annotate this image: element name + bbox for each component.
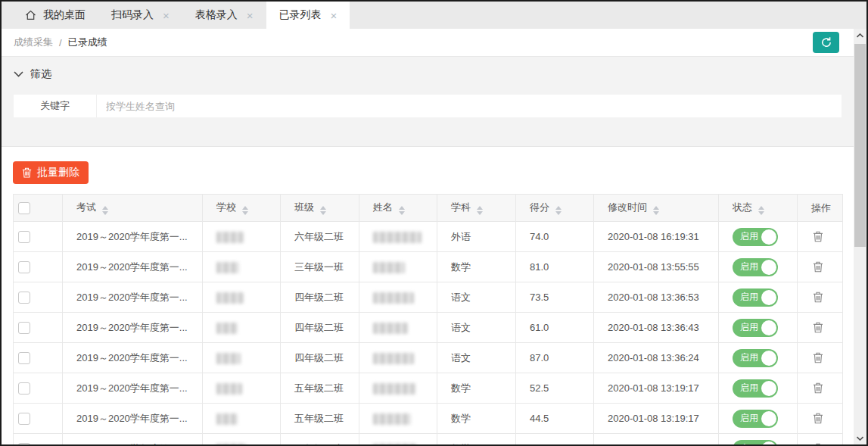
cell-exam: 2019～2020学年度第一... [63,404,203,434]
tab-3[interactable]: 已录列表× [266,2,350,29]
sort-icon[interactable] [653,206,659,215]
tab-1[interactable]: 扫码录入× [98,2,182,29]
tab-bar: 我的桌面 扫码录入×表格录入×已录列表× [2,2,866,29]
keyword-input[interactable] [97,95,842,117]
scroll-down-button[interactable] [854,432,866,444]
column-header-modified[interactable]: 修改时间 [594,195,719,222]
delete-row-button[interactable] [811,441,825,445]
filter-collapse-toggle[interactable]: 筛选 [2,57,854,90]
column-header-school[interactable]: 学校 [203,195,281,222]
batch-delete-button[interactable]: 批量删除 [13,161,89,184]
sort-desc-caret [102,211,108,215]
row-checkbox[interactable] [18,292,30,304]
row-checkbox[interactable] [18,413,30,425]
cell-score: 52.5 [516,373,594,404]
status-label: 启用 [740,291,758,304]
cell-class: 四年级二班 [281,343,359,373]
name-redacted-block [373,262,405,273]
sort-icon[interactable] [555,206,562,215]
row-checkbox[interactable] [18,382,30,395]
row-checkbox[interactable] [18,322,30,334]
main-area: 批量删除 考试学校班级姓名学科得分修改时间状态操作 2019～2020学年度第一… [2,147,854,444]
delete-row-button[interactable] [811,260,825,274]
column-label: 考试 [76,201,96,213]
cell-subject: 语文 [437,343,516,373]
sort-asc-caret [320,206,326,210]
cell-subject: 数学 [437,373,516,404]
row-checkbox[interactable] [18,261,30,273]
scroll-up-button[interactable] [854,29,866,42]
sort-icon[interactable] [242,206,248,215]
cell-select [14,313,63,343]
status-label: 启用 [740,260,758,273]
exam-text: 2019～2020学年度第一... [76,260,198,274]
cell-name [359,282,437,313]
delete-row-button[interactable] [811,381,825,395]
tab-2[interactable]: 表格录入× [182,2,266,29]
status-toggle[interactable]: 启用 [733,379,778,398]
row-checkbox[interactable] [18,231,30,243]
sort-icon[interactable] [758,206,764,215]
delete-row-button[interactable] [811,351,825,365]
cell-score: 44.5 [516,404,594,434]
column-header-score[interactable]: 得分 [516,195,594,222]
status-toggle[interactable]: 启用 [733,288,778,307]
table-row: 2019～2020学年度第一...四年级二班语文61.02020-01-08 1… [14,313,843,343]
app-window: 我的桌面 扫码录入×表格录入×已录列表× 成绩采集 / 已录成绩 筛选 [0,0,868,446]
tab-close-icon[interactable]: × [331,10,338,21]
status-toggle[interactable]: 启用 [733,319,778,337]
cell-school [203,282,281,313]
row-checkbox[interactable] [18,443,30,444]
status-toggle[interactable]: 启用 [733,349,778,367]
sort-desc-caret [477,211,483,215]
cell-class: 五年级二班 [281,373,359,404]
table-row: 2019～2020学年度第一...五年级二班数学51.02020-01-08 1… [14,434,843,445]
delete-row-button[interactable] [811,320,825,335]
cell-exam: 2019～2020学年度第一... [63,252,203,282]
delete-row-button[interactable] [811,229,825,244]
cell-select [14,373,63,404]
name-redacted-block [373,353,414,364]
status-toggle[interactable]: 启用 [733,258,778,276]
vertical-scrollbar[interactable] [854,29,866,444]
delete-row-button[interactable] [811,290,825,304]
column-header-name[interactable]: 姓名 [359,195,437,222]
cell-actions [798,222,843,252]
cell-actions [798,434,843,445]
cell-select [14,343,63,373]
column-header-subject[interactable]: 学科 [437,195,516,222]
status-label: 启用 [740,412,758,425]
column-label: 得分 [530,201,549,213]
row-checkbox[interactable] [18,352,30,364]
cell-status: 启用 [719,434,798,445]
content-area: 成绩采集 / 已录成绩 筛选 关键字 [2,29,854,444]
tab-close-icon[interactable]: × [247,10,254,21]
column-header-class[interactable]: 班级 [281,195,359,222]
cell-actions [798,373,843,404]
scrollbar-thumb[interactable] [854,44,866,247]
breadcrumb-parent[interactable]: 成绩采集 [14,36,53,49]
status-toggle[interactable]: 启用 [733,440,778,445]
select-all-checkbox[interactable] [18,202,30,214]
sort-icon[interactable] [399,206,405,215]
cell-modified: 2020-01-08 13:55:55 [594,252,719,282]
refresh-button[interactable] [813,32,839,53]
tab-home[interactable]: 我的桌面 [12,2,98,29]
sort-asc-caret [399,206,405,210]
sort-icon[interactable] [102,206,108,215]
column-header-status[interactable]: 状态 [719,195,798,222]
delete-row-button[interactable] [811,411,825,426]
status-toggle[interactable]: 启用 [733,228,778,246]
column-label: 状态 [733,201,752,213]
sort-icon[interactable] [477,206,483,215]
cell-score: 73.5 [516,282,594,313]
tab-label: 已录列表 [279,8,322,22]
column-label: 修改时间 [608,201,647,213]
sort-icon[interactable] [320,206,326,215]
toggle-knob [761,441,776,445]
tab-close-icon[interactable]: × [163,10,170,21]
status-toggle[interactable]: 启用 [733,410,778,428]
chevron-down-icon [14,71,23,77]
sort-asc-caret [653,206,659,210]
column-header-exam[interactable]: 考试 [63,195,203,222]
